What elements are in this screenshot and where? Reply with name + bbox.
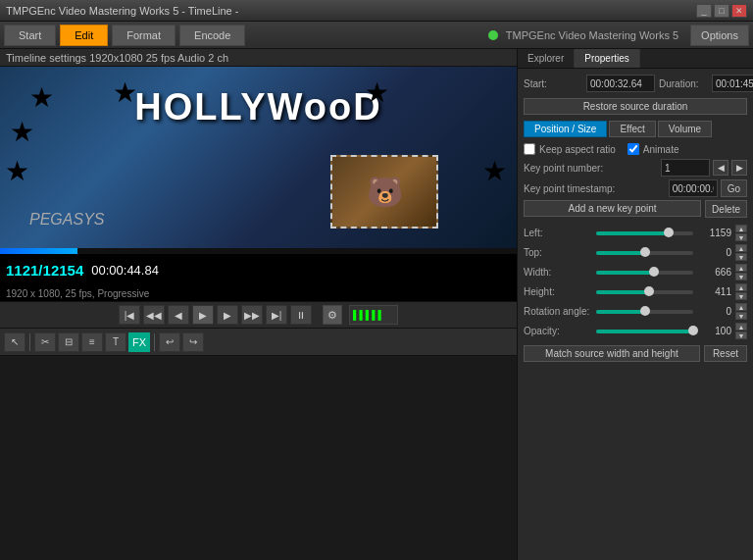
keypoint-next-button[interactable]: ▶ [731, 160, 747, 176]
slider-opacity-track[interactable] [596, 330, 693, 333]
select-tool[interactable]: ↖ [4, 332, 25, 352]
slider-opacity-value: 100 [697, 326, 731, 336]
slider-rotation-down[interactable]: ▼ [735, 312, 747, 320]
minimize-button[interactable]: _ [696, 4, 712, 18]
resolution-text: 1920 x 1080, 25 fps, Progressive [6, 288, 149, 299]
start-label: Start: [524, 78, 582, 89]
slider-rotation-thumb [640, 306, 650, 316]
keep-aspect-label: Keep aspect ratio [539, 144, 616, 155]
slider-left-thumb [664, 228, 674, 237]
slider-opacity-fill [596, 330, 693, 333]
progress-fill [0, 248, 77, 254]
add-keypoint-button[interactable]: Add a new key point [524, 200, 701, 217]
slider-top-value: 0 [697, 247, 731, 258]
sub-tab-volume[interactable]: Volume [658, 121, 712, 137]
top-toolbar: Start Edit Format Encode TMPGEnc Video M… [0, 22, 753, 49]
slider-height-thumb [644, 286, 654, 296]
slider-left-track[interactable] [596, 231, 693, 235]
go-button[interactable]: Go [721, 179, 747, 197]
settings-button[interactable]: ⚙ [323, 305, 342, 325]
slider-width-down[interactable]: ▼ [735, 273, 747, 280]
slider-opacity-label: Opacity: [524, 326, 592, 336]
progress-bar[interactable] [0, 248, 517, 254]
slider-rotation-value: 0 [697, 306, 731, 317]
video-bg: HOLLYWooD ★ ★ ★ ★ ★ ★ PEGASYS 🐻 [0, 67, 517, 248]
slider-rotation-label: Rotation angle: [524, 306, 592, 317]
slider-rotation: Rotation angle: 0 ▲ ▼ [524, 303, 747, 320]
slider-height-fill [596, 290, 649, 294]
sub-tab-effect[interactable]: Effect [609, 121, 655, 137]
sub-tab-position[interactable]: Position / Size [524, 121, 607, 137]
match-source-button[interactable]: Match source width and height [524, 345, 700, 362]
video-preview: HOLLYWooD ★ ★ ★ ★ ★ ★ PEGASYS 🐻 [0, 67, 517, 248]
play-button[interactable]: ▶ [192, 305, 214, 325]
close-button[interactable]: ✕ [731, 4, 747, 18]
left-panel: Timeline settings 1920x1080 25 fps Audio… [0, 49, 518, 560]
slider-opacity-thumb [688, 326, 698, 335]
keypoint-number-label: Key point number: [524, 163, 658, 174]
main-area: Timeline settings 1920x1080 25 fps Audio… [0, 49, 753, 560]
slider-width-up[interactable]: ▲ [735, 264, 747, 272]
start-input[interactable] [586, 75, 655, 92]
undo-button[interactable]: ↩ [159, 332, 180, 352]
animate-checkbox[interactable] [628, 143, 639, 155]
slider-opacity-up[interactable]: ▲ [735, 323, 747, 331]
pegasys-watermark: PEGASYS [29, 211, 104, 229]
pause-button[interactable]: ⏸ [290, 305, 312, 325]
slider-left-down[interactable]: ▼ [735, 233, 747, 241]
step-back-button[interactable]: ◀ [168, 305, 189, 325]
prev-frame-button[interactable]: ◀◀ [143, 305, 165, 325]
titlebar: TMPGEnc Video Mastering Works 5 - TimeLi… [0, 0, 753, 22]
separator-2 [154, 333, 155, 351]
tab-properties[interactable]: Properties [575, 49, 640, 68]
start-row: Start: Duration: [524, 75, 747, 92]
sub-tabs: Position / Size Effect Volume [524, 121, 747, 137]
maximize-button[interactable]: □ [714, 4, 729, 18]
options-button[interactable]: Options [690, 25, 749, 46]
status-indicator [488, 30, 498, 40]
slider-top-down[interactable]: ▼ [735, 253, 747, 261]
slider-rotation-fill [596, 310, 645, 314]
cut-tool[interactable]: ✂ [34, 332, 56, 352]
duration-input[interactable] [712, 75, 753, 92]
slider-top-track[interactable] [596, 251, 693, 255]
keypoint-number-input[interactable] [661, 159, 710, 177]
restore-source-btn[interactable]: Restore source duration [524, 98, 747, 115]
fx-tool[interactable]: FX [128, 332, 150, 352]
timecode-frame: 1121/12154 [6, 262, 83, 279]
reset-button[interactable]: Reset [704, 345, 747, 362]
slider-width-track[interactable] [596, 271, 693, 275]
next-frame-button[interactable]: ▶▶ [241, 305, 263, 325]
slider-opacity-down[interactable]: ▼ [735, 331, 747, 339]
tab-edit[interactable]: Edit [60, 25, 108, 46]
star-icon-6: ★ [482, 155, 507, 187]
goto-end-button[interactable]: ▶| [266, 305, 287, 325]
goto-start-button[interactable]: |◀ [119, 305, 140, 325]
tab-start[interactable]: Start [4, 25, 56, 46]
slider-left-fill [596, 231, 669, 235]
tab-encode[interactable]: Encode [179, 25, 245, 46]
keep-aspect-checkbox[interactable] [524, 143, 535, 155]
tab-format[interactable]: Format [112, 25, 176, 46]
slider-height-down[interactable]: ▼ [735, 292, 747, 300]
slider-left-up[interactable]: ▲ [735, 225, 747, 232]
tab-explorer[interactable]: Explorer [518, 49, 575, 68]
keypoint-timestamp-input[interactable] [669, 179, 718, 197]
slider-rotation-up[interactable]: ▲ [735, 303, 747, 311]
slider-rotation-spinner: ▲ ▼ [735, 303, 747, 320]
keypoint-prev-button[interactable]: ◀ [713, 160, 728, 176]
text-tool[interactable]: T [105, 332, 126, 352]
delete-keypoint-button[interactable]: Delete [705, 200, 747, 218]
slider-top-up[interactable]: ▲ [735, 244, 747, 252]
step-fwd-button[interactable]: ▶ [217, 305, 238, 325]
ripple-tool[interactable]: ≡ [81, 332, 103, 352]
slider-height-track[interactable] [596, 290, 693, 294]
redo-button[interactable]: ↪ [182, 332, 204, 352]
slider-top: Top: 0 ▲ ▼ [524, 244, 747, 261]
split-tool[interactable]: ⊟ [58, 332, 79, 352]
slider-height-up[interactable]: ▲ [735, 283, 747, 291]
bear-clip-box: 🐻 [330, 155, 438, 229]
edit-toolbar: ↖ ✂ ⊟ ≡ T FX ↩ ↪ [0, 329, 517, 356]
slider-rotation-track[interactable] [596, 310, 693, 314]
keypoint-actions: Add a new key point Delete [524, 200, 747, 221]
